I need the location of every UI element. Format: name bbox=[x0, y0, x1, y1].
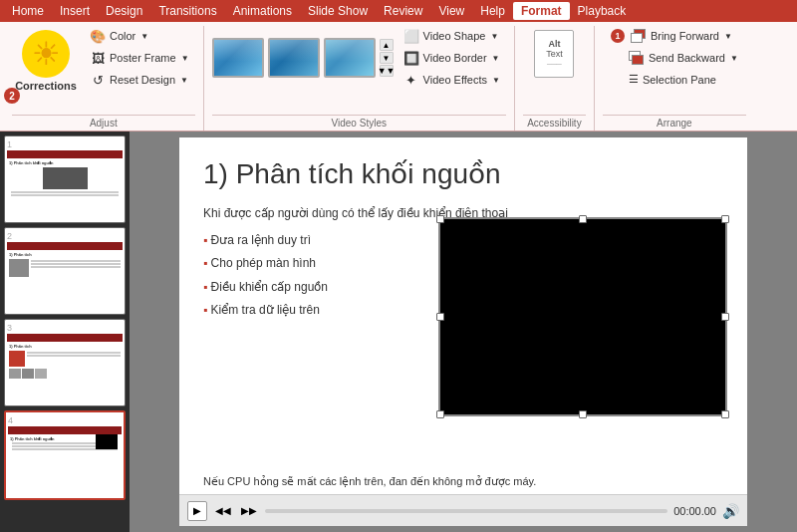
alt-text-icon: Alt Text ─── bbox=[534, 30, 574, 78]
send-backward-button[interactable]: Send Backward ▼ bbox=[603, 48, 746, 68]
bring-forward-icon bbox=[631, 29, 647, 43]
video-shape-icon: ⬜ bbox=[403, 28, 419, 44]
reset-design-button[interactable]: ↺ Reset Design ▼ bbox=[84, 70, 195, 90]
slide-panel[interactable]: 1 1) Phân tích khối nguồn 2 1) Phân tích bbox=[0, 132, 130, 532]
menu-format[interactable]: Format bbox=[513, 2, 570, 20]
video-style-thumb-3[interactable] bbox=[324, 38, 376, 78]
video-effects-label: Video Effects bbox=[423, 74, 487, 86]
handle-bm[interactable] bbox=[579, 410, 587, 418]
slide-3-inner: 1) Phân tích bbox=[7, 334, 123, 403]
handle-mr[interactable] bbox=[721, 313, 729, 321]
video-style-thumb-2[interactable] bbox=[268, 38, 320, 78]
ribbon-group-adjust: ☀ Corrections 2 🎨 Color ▼ 🖼 Poster Frame bbox=[4, 26, 204, 131]
menu-home[interactable]: Home bbox=[4, 2, 52, 20]
volume-button[interactable]: 🔊 bbox=[722, 503, 739, 519]
poster-frame-dropdown-arrow: ▼ bbox=[181, 54, 189, 63]
poster-frame-icon: 🖼 bbox=[90, 50, 106, 66]
accessibility-label: Accessibility bbox=[523, 115, 586, 131]
slide-4-num: 4 bbox=[8, 414, 122, 426]
handle-ml[interactable] bbox=[436, 313, 444, 321]
slide-2-num: 2 bbox=[7, 230, 123, 242]
corrections-label: Corrections bbox=[15, 80, 77, 92]
poster-frame-label: Poster Frame bbox=[110, 52, 176, 64]
ribbon: ☀ Corrections 2 🎨 Color ▼ 🖼 Poster Frame bbox=[0, 22, 797, 132]
handle-tl[interactable] bbox=[436, 215, 444, 223]
alt-text-button[interactable]: Alt Text ─── bbox=[525, 26, 583, 82]
handle-tm[interactable] bbox=[579, 215, 587, 223]
video-effects-button[interactable]: ✦ Video Effects ▼ bbox=[398, 70, 506, 90]
menu-animations[interactable]: Animations bbox=[225, 2, 300, 20]
slide-footer: Nếu CPU hỏng sẽ mất các lệnh trên, đan đ… bbox=[203, 475, 723, 488]
menu-slideshow[interactable]: Slide Show bbox=[300, 2, 376, 20]
video-styles-scroll: ▲ ▼ ▼▼ bbox=[380, 39, 394, 77]
menu-transitions[interactable]: Transitions bbox=[150, 2, 224, 20]
prev-frame-button[interactable]: ◀◀ bbox=[213, 503, 233, 518]
menu-playback[interactable]: Playback bbox=[570, 2, 635, 20]
menu-review[interactable]: Review bbox=[376, 2, 430, 20]
bring-forward-arrow: ▼ bbox=[724, 32, 732, 41]
slide-1-inner: 1) Phân tích khối nguồn bbox=[7, 150, 123, 220]
reset-design-label: Reset Design bbox=[110, 74, 175, 86]
scroll-up-arrow[interactable]: ▲ bbox=[380, 39, 394, 51]
video-border-arrow: ▼ bbox=[492, 54, 500, 63]
slide-content: 1) Phân tích khối nguồn Khi được cấp ngư… bbox=[179, 137, 747, 526]
slide-thumb-4[interactable]: 4 1) Phân tích khối nguồn bbox=[4, 410, 126, 500]
bring-forward-label: Bring Forward bbox=[651, 30, 719, 42]
reset-design-dropdown-arrow: ▼ bbox=[180, 76, 188, 85]
video-effects-icon: ✦ bbox=[403, 72, 419, 88]
menu-help[interactable]: Help bbox=[472, 2, 513, 20]
video-progress-bar[interactable] bbox=[265, 509, 667, 513]
play-button[interactable]: ▶ bbox=[187, 501, 207, 521]
badge-2: 2 bbox=[4, 88, 20, 104]
slide-thumb-2[interactable]: 2 1) Phân tích bbox=[4, 227, 126, 315]
scroll-more-arrow[interactable]: ▼▼ bbox=[380, 65, 394, 77]
menu-insert[interactable]: Insert bbox=[52, 2, 98, 20]
badge-1: 1 bbox=[611, 29, 625, 43]
color-label: Color bbox=[110, 30, 135, 42]
video-shape-label: Video Shape bbox=[423, 30, 486, 42]
video-styles-label: Video Styles bbox=[212, 115, 506, 131]
color-button[interactable]: 🎨 Color ▼ bbox=[84, 26, 195, 46]
menu-view[interactable]: View bbox=[430, 2, 472, 20]
handle-tr[interactable] bbox=[721, 215, 729, 223]
adjust-buttons-col: 🎨 Color ▼ 🖼 Poster Frame ▼ ↺ Reset Desig… bbox=[84, 26, 195, 90]
slide-thumb-1[interactable]: 1 1) Phân tích khối nguồn bbox=[4, 135, 126, 223]
video-shape-arrow: ▼ bbox=[490, 32, 498, 41]
bring-forward-button[interactable]: 1 Bring Forward ▼ bbox=[603, 26, 740, 46]
ribbon-group-video-styles: ▲ ▼ ▼▼ ⬜ Video Shape ▼ 🔲 Video Bo bbox=[204, 26, 515, 131]
handle-bl[interactable] bbox=[436, 410, 444, 418]
next-frame-button[interactable]: ▶▶ bbox=[239, 503, 259, 518]
adjust-label: Adjust bbox=[12, 115, 195, 131]
video-shape-button[interactable]: ⬜ Video Shape ▼ bbox=[398, 26, 506, 46]
main-area: 1 1) Phân tích khối nguồn 2 1) Phân tích bbox=[0, 132, 797, 532]
color-icon: 🎨 bbox=[90, 28, 106, 44]
send-backward-icon bbox=[629, 51, 645, 65]
slide-canvas: 1) Phân tích khối nguồn Khi được cấp ngư… bbox=[130, 132, 797, 532]
scroll-down-arrow[interactable]: ▼ bbox=[380, 52, 394, 64]
corrections-button[interactable]: ☀ Corrections 2 bbox=[12, 26, 80, 96]
menu-design[interactable]: Design bbox=[98, 2, 150, 20]
menu-bar: Home Insert Design Transitions Animation… bbox=[0, 0, 797, 22]
reset-design-icon: ↺ bbox=[90, 72, 106, 88]
ribbon-group-accessibility: Alt Text ─── Accessibility bbox=[515, 26, 595, 131]
corrections-icon: ☀ bbox=[22, 30, 70, 78]
video-time: 00:00.00 bbox=[673, 505, 716, 517]
video-options-col: ⬜ Video Shape ▼ 🔲 Video Border ▼ ✦ Video… bbox=[398, 26, 506, 90]
slide-3-num: 3 bbox=[7, 322, 123, 334]
video-controls-bar: ▶ ◀◀ ▶▶ 00:00.00 🔊 bbox=[179, 494, 747, 526]
send-backward-arrow: ▼ bbox=[730, 54, 738, 63]
poster-frame-button[interactable]: 🖼 Poster Frame ▼ bbox=[84, 48, 195, 68]
handle-br[interactable] bbox=[721, 410, 729, 418]
video-style-thumb-1[interactable] bbox=[212, 38, 264, 78]
video-border-button[interactable]: 🔲 Video Border ▼ bbox=[398, 48, 506, 68]
slide-4-inner: 1) Phân tích khối nguồn bbox=[8, 426, 122, 496]
ribbon-group-arrange: 1 Bring Forward ▼ Send Backward ▼ ☰ Sele… bbox=[595, 26, 754, 131]
send-backward-label: Send Backward bbox=[649, 52, 725, 64]
selection-pane-icon: ☰ bbox=[629, 73, 639, 86]
selection-pane-button[interactable]: ☰ Selection Pane bbox=[603, 70, 724, 89]
slide-thumb-3[interactable]: 3 1) Phân tích bbox=[4, 319, 126, 406]
video-overlay[interactable] bbox=[438, 217, 727, 416]
color-dropdown-arrow: ▼ bbox=[140, 32, 148, 41]
slide-title: 1) Phân tích khối nguồn bbox=[203, 157, 723, 190]
video-border-label: Video Border bbox=[423, 52, 487, 64]
